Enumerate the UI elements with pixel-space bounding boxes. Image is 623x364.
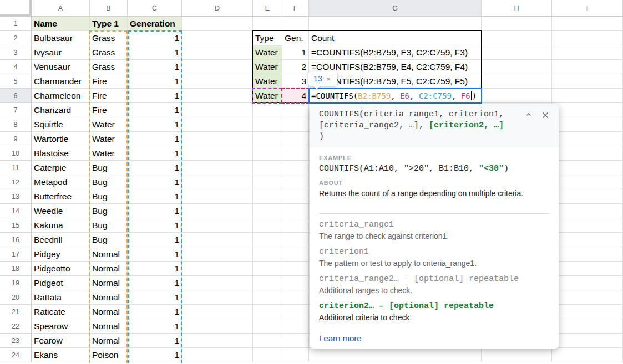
cell-F10[interactable]	[282, 146, 309, 161]
cell-C2[interactable]: 1	[128, 31, 182, 45]
row-header-21[interactable]: 21	[0, 305, 32, 319]
column-header-F[interactable]: F	[282, 0, 309, 17]
cell-F22[interactable]	[282, 319, 309, 334]
cell-F14[interactable]	[282, 204, 309, 218]
cell-B15[interactable]: Bug	[90, 218, 128, 233]
row-header-6[interactable]: 6	[0, 89, 32, 103]
cell-F19[interactable]	[282, 276, 309, 290]
cell-C20[interactable]: 1	[128, 290, 182, 305]
column-header-C[interactable]: C	[128, 0, 182, 17]
cell-B24[interactable]: Poison	[90, 348, 128, 362]
cell-E17[interactable]	[253, 247, 282, 262]
cell-D13[interactable]	[182, 189, 253, 204]
cell-D23[interactable]	[182, 334, 253, 348]
cell-F2[interactable]: Gen.	[282, 31, 309, 45]
cell-B18[interactable]: Normal	[90, 262, 128, 276]
column-header-A[interactable]: A	[32, 0, 90, 17]
cell-C1[interactable]: Generation	[128, 17, 182, 31]
cell-I10[interactable]	[552, 146, 623, 161]
cell-F17[interactable]	[282, 247, 309, 262]
cell-G3[interactable]: =COUNTIFS(B2:B759, E3, C2:C759, F3)	[309, 45, 482, 60]
cell-B12[interactable]: Bug	[90, 175, 128, 189]
cell-I23[interactable]	[552, 334, 623, 348]
cell-C11[interactable]: 1	[128, 161, 182, 175]
cell-B22[interactable]: Normal	[90, 319, 128, 334]
column-header-D[interactable]: D	[182, 0, 253, 17]
cell-I21[interactable]	[552, 305, 623, 319]
cell-H6[interactable]	[482, 89, 552, 103]
column-header-H[interactable]: H	[482, 0, 552, 17]
row-header-20[interactable]: 20	[0, 290, 32, 305]
cell-A20[interactable]: Rattata	[32, 290, 90, 305]
row-header-3[interactable]: 3	[0, 45, 32, 60]
cell-E1[interactable]	[253, 17, 282, 31]
cell-B2[interactable]: Grass	[90, 31, 128, 45]
cell-C16[interactable]: 1	[128, 233, 182, 247]
cell-D20[interactable]	[182, 290, 253, 305]
cell-E12[interactable]	[253, 175, 282, 189]
cell-C14[interactable]: 1	[128, 204, 182, 218]
cell-C3[interactable]: 1	[128, 45, 182, 60]
cell-C23[interactable]: 1	[128, 334, 182, 348]
cell-D4[interactable]	[182, 60, 253, 74]
row-header-11[interactable]: 11	[0, 161, 32, 175]
cell-B17[interactable]: Normal	[90, 247, 128, 262]
cell-C24[interactable]: 1	[128, 348, 182, 362]
cell-F7[interactable]	[282, 103, 309, 117]
cell-D6[interactable]	[182, 89, 253, 103]
cell-I16[interactable]	[552, 233, 623, 247]
cell-F12[interactable]	[282, 175, 309, 189]
cell-C12[interactable]: 1	[128, 175, 182, 189]
cell-C4[interactable]: 1	[128, 60, 182, 74]
cell-E15[interactable]	[253, 218, 282, 233]
cell-B21[interactable]: Normal	[90, 305, 128, 319]
cell-I3[interactable]	[552, 45, 623, 60]
cell-E8[interactable]	[253, 117, 282, 132]
row-header-16[interactable]: 16	[0, 233, 32, 247]
cell-I8[interactable]	[552, 117, 623, 132]
cell-B14[interactable]: Bug	[90, 204, 128, 218]
cell-D5[interactable]	[182, 74, 253, 89]
cell-C22[interactable]: 1	[128, 319, 182, 334]
cell-H24[interactable]	[482, 348, 552, 362]
cell-E24[interactable]	[253, 348, 282, 362]
cell-A6[interactable]: Charmeleon	[32, 89, 90, 103]
cell-A22[interactable]: Spearow	[32, 319, 90, 334]
cell-C5[interactable]: 1	[128, 74, 182, 89]
cell-I17[interactable]	[552, 247, 623, 262]
cell-E10[interactable]	[253, 146, 282, 161]
row-header-24[interactable]: 24	[0, 348, 32, 362]
cell-B7[interactable]: Fire	[90, 103, 128, 117]
cell-A5[interactable]: Charmander	[32, 74, 90, 89]
cell-H2[interactable]	[482, 31, 552, 45]
cell-B13[interactable]: Bug	[90, 189, 128, 204]
cell-C19[interactable]: 1	[128, 276, 182, 290]
cell-F21[interactable]	[282, 305, 309, 319]
cell-A10[interactable]: Blastoise	[32, 146, 90, 161]
column-header-B[interactable]: B	[90, 0, 128, 17]
cell-D19[interactable]	[182, 276, 253, 290]
cell-A12[interactable]: Metapod	[32, 175, 90, 189]
cell-F23[interactable]	[282, 334, 309, 348]
cell-D18[interactable]	[182, 262, 253, 276]
cell-C15[interactable]: 1	[128, 218, 182, 233]
cell-I12[interactable]	[552, 175, 623, 189]
cell-H4[interactable]	[482, 60, 552, 74]
row-header-5[interactable]: 5	[0, 74, 32, 89]
row-header-17[interactable]: 17	[0, 247, 32, 262]
row-header-1[interactable]: 1	[0, 17, 32, 31]
cell-B3[interactable]: Grass	[90, 45, 128, 60]
cell-B23[interactable]: Normal	[90, 334, 128, 348]
cell-A2[interactable]: Bulbasaur	[32, 31, 90, 45]
cell-D1[interactable]	[182, 17, 253, 31]
cell-A3[interactable]: Ivysaur	[32, 45, 90, 60]
cell-H1[interactable]	[482, 17, 552, 31]
cell-I4[interactable]	[552, 60, 623, 74]
learn-more-link[interactable]: Learn more	[319, 334, 362, 343]
cell-A24[interactable]: Ekans	[32, 348, 90, 362]
preview-close-icon[interactable]: ×	[326, 75, 331, 83]
cell-B11[interactable]: Bug	[90, 161, 128, 175]
formula-edit-cell-G6[interactable]: =COUNTIFS(B2:B759, E6, C2:C759, F6)	[308, 88, 482, 104]
row-header-23[interactable]: 23	[0, 334, 32, 348]
cell-A9[interactable]: Wartortle	[32, 132, 90, 146]
